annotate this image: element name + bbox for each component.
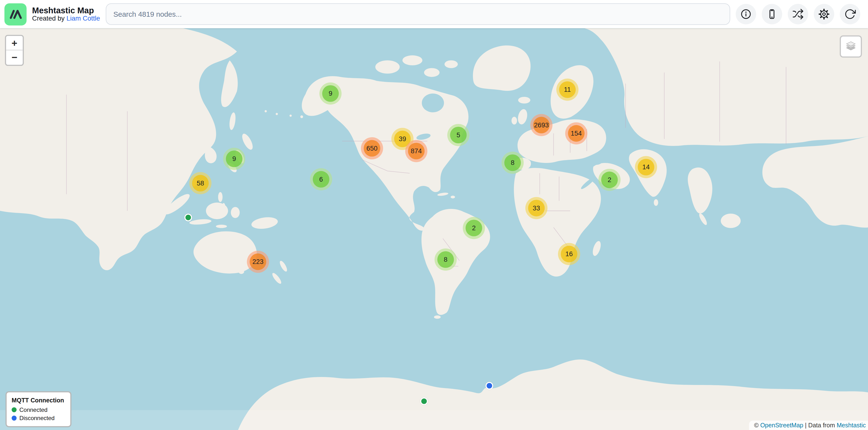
- markers-layer: 939650874595862822311269315482331614: [0, 0, 868, 430]
- cluster-count: 9: [232, 155, 236, 163]
- cluster-circle: 223: [250, 254, 267, 270]
- cluster-count: 223: [252, 258, 264, 266]
- legend-item: Disconnected: [11, 415, 64, 421]
- cluster-circle: 8: [437, 251, 454, 268]
- info-icon: [740, 8, 752, 20]
- shuffle-button[interactable]: [788, 4, 808, 25]
- legend-label: Connected: [20, 406, 48, 413]
- legend-item: Connected: [11, 406, 64, 413]
- mqtt-legend-title: MQTT Connection: [11, 397, 64, 403]
- cluster-marker[interactable]: 223: [247, 251, 269, 273]
- zoom-in-button[interactable]: +: [6, 36, 23, 51]
- cluster-marker[interactable]: 874: [405, 140, 427, 162]
- legend-dot: [11, 407, 17, 412]
- cluster-circle: 650: [364, 140, 380, 157]
- cluster-marker[interactable]: 2: [463, 217, 485, 239]
- cluster-count: 650: [366, 144, 378, 152]
- cluster-count: 2: [608, 176, 611, 184]
- cluster-circle: 11: [559, 81, 576, 98]
- cluster-circle: 2: [465, 220, 482, 236]
- cluster-marker[interactable]: 650: [361, 137, 383, 159]
- title-block: Meshtastic Map Created by Liam Cottle: [32, 6, 100, 23]
- zoom-out-button[interactable]: −: [6, 51, 23, 65]
- cluster-count: 39: [399, 135, 406, 143]
- cluster-circle: 14: [638, 159, 654, 175]
- cluster-circle: 16: [561, 246, 578, 262]
- cluster-circle: 33: [528, 200, 545, 217]
- cluster-marker[interactable]: 11: [556, 79, 578, 101]
- cluster-circle: 2693: [533, 117, 550, 133]
- cluster-marker[interactable]: 58: [189, 172, 211, 194]
- cluster-circle: 154: [568, 125, 585, 142]
- settings-button[interactable]: [814, 4, 834, 25]
- attribution-copyright: ©: [754, 422, 761, 428]
- cluster-count: 874: [411, 147, 422, 155]
- app-stage: 939650874595862822311269315482331614 + −…: [0, 0, 868, 430]
- zoom-control: + −: [5, 35, 24, 66]
- cluster-count: 11: [564, 86, 571, 94]
- cluster-marker[interactable]: 2: [598, 169, 620, 191]
- cluster-marker[interactable]: 2693: [530, 114, 552, 136]
- mqtt-legend-items: ConnectedDisconnected: [11, 406, 64, 421]
- cluster-marker[interactable]: 154: [565, 122, 587, 144]
- mobile-app-button[interactable]: [762, 4, 782, 25]
- layers-control[interactable]: [840, 35, 862, 57]
- gear-icon: [818, 8, 830, 20]
- cluster-count: 2693: [534, 121, 549, 129]
- attribution-middle: | Data from: [803, 422, 837, 428]
- top-bar: Meshtastic Map Created by Liam Cottle: [0, 0, 868, 28]
- shuffle-icon: [792, 8, 804, 20]
- cluster-circle: 58: [192, 175, 209, 192]
- cluster-count: 8: [444, 256, 447, 263]
- cluster-count: 2: [472, 224, 476, 232]
- cluster-count: 16: [565, 250, 573, 258]
- cluster-circle: 6: [313, 171, 330, 188]
- cluster-marker[interactable]: 8: [434, 249, 457, 270]
- cluster-marker[interactable]: 16: [558, 243, 580, 265]
- info-button[interactable]: [736, 4, 756, 25]
- search-input[interactable]: [105, 3, 730, 25]
- cluster-marker[interactable]: 9: [223, 148, 245, 170]
- smartphone-icon: [766, 8, 778, 20]
- cluster-circle: 9: [226, 151, 243, 167]
- mqtt-legend: MQTT Connection ConnectedDisconnected: [6, 391, 71, 427]
- openstreetmap-link[interactable]: OpenStreetMap: [760, 422, 803, 428]
- cluster-count: 58: [197, 179, 204, 187]
- cluster-count: 14: [642, 163, 650, 171]
- cluster-count: 154: [571, 130, 582, 137]
- node-marker-connected[interactable]: [420, 397, 428, 405]
- refresh-button[interactable]: [840, 4, 860, 25]
- cluster-count: 5: [457, 131, 460, 139]
- meshtastic-logo-icon: [6, 5, 25, 24]
- meshtastic-map-app: 939650874595862822311269315482331614 + −…: [0, 0, 868, 430]
- refresh-icon: [844, 8, 856, 20]
- layers-icon: [843, 39, 858, 54]
- cluster-count: 8: [511, 159, 515, 167]
- liam-cottle-link[interactable]: Liam Cottle: [66, 14, 100, 22]
- cluster-circle: 9: [322, 85, 339, 102]
- cluster-count: 9: [329, 90, 332, 97]
- subtitle-prefix: Created by: [32, 14, 67, 22]
- node-marker-connected[interactable]: [184, 213, 192, 221]
- cluster-count: 6: [319, 175, 323, 183]
- cluster-marker[interactable]: 6: [310, 168, 332, 190]
- cluster-marker[interactable]: 5: [447, 124, 469, 146]
- app-title: Meshtastic Map: [32, 6, 100, 15]
- cluster-circle: 874: [408, 143, 425, 160]
- cluster-circle: 2: [601, 172, 618, 188]
- cluster-marker[interactable]: 33: [525, 197, 547, 219]
- legend-dot: [11, 415, 17, 420]
- map-attribution: © OpenStreetMap | Data from Meshtastic: [749, 421, 868, 430]
- cluster-circle: 8: [504, 155, 521, 171]
- node-marker-disconnected[interactable]: [486, 382, 493, 390]
- cluster-marker[interactable]: 8: [502, 152, 524, 174]
- app-subtitle: Created by Liam Cottle: [32, 15, 100, 23]
- meshtastic-logo[interactable]: [4, 3, 26, 25]
- cluster-marker[interactable]: 14: [635, 156, 657, 178]
- cluster-marker[interactable]: 9: [319, 82, 341, 105]
- cluster-count: 33: [533, 204, 540, 212]
- cluster-circle: 5: [450, 127, 467, 143]
- legend-label: Disconnected: [20, 415, 55, 421]
- meshtastic-link[interactable]: Meshtastic: [837, 422, 866, 428]
